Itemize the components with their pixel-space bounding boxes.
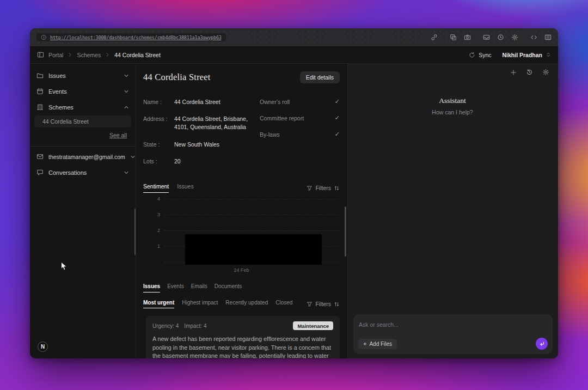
filter-closed[interactable]: Closed xyxy=(275,300,292,308)
assistant-input[interactable] xyxy=(359,321,547,328)
url-text[interactable]: http://localhost:3000/dashboard/schemes/… xyxy=(50,35,222,40)
mail-icon xyxy=(36,153,44,160)
filter-highest-impact[interactable]: Highest impact xyxy=(182,300,218,308)
scheme-details: Name : 44 Cordelia Street Address : 44 C… xyxy=(143,98,340,174)
sidebar: Issues Events Schemes 44 Cordelia Street… xyxy=(30,64,136,358)
code-icon[interactable] xyxy=(530,34,537,41)
sentiment-chart: 4 3 2 1 xyxy=(143,197,340,266)
filters-label: Filters xyxy=(315,301,331,307)
settings-gear-icon[interactable] xyxy=(542,69,549,76)
history-icon[interactable] xyxy=(526,69,533,76)
field-label: State : xyxy=(143,141,174,149)
field-value: 44 Cordelia Street, Brisbane, 4101, Quee… xyxy=(174,115,256,131)
y-axis-tick: 1 xyxy=(152,243,160,249)
sidebar-scrollbar[interactable] xyxy=(134,209,136,255)
main-scrollbar[interactable] xyxy=(345,206,346,257)
document-label: Owner's roll xyxy=(260,99,290,105)
panel-collapse-icon[interactable] xyxy=(37,51,44,58)
building-icon xyxy=(36,103,44,111)
browser-toolbar: http://localhost:3000/dashboard/schemes/… xyxy=(30,28,558,46)
list-filters-button[interactable]: Filters xyxy=(307,301,340,307)
x-axis-tick: 24 Feb xyxy=(143,267,340,273)
sort-arrows-icon xyxy=(334,185,340,191)
chevron-right-icon xyxy=(105,52,110,57)
frames-icon[interactable] xyxy=(450,34,457,41)
mail-tray-icon[interactable] xyxy=(483,34,490,41)
y-axis-tick: 4 xyxy=(152,196,160,202)
clock-icon[interactable] xyxy=(497,34,504,41)
sidebar-item-label: Conversations xyxy=(48,169,87,176)
funnel-icon xyxy=(307,301,313,307)
chevron-up-icon xyxy=(124,105,129,110)
sidebar-item-events[interactable]: Events xyxy=(30,83,136,99)
user-menu-button[interactable]: Nikhil Pradhan xyxy=(502,52,551,58)
issue-urgency: Urgency: 4 xyxy=(152,323,179,329)
mouse-cursor xyxy=(60,261,68,273)
tab-list-emails[interactable]: Emails xyxy=(191,283,207,292)
tab-issues[interactable]: Issues xyxy=(177,183,193,193)
assistant-input-box[interactable]: + Add Files xyxy=(353,314,553,354)
filter-recently-updated[interactable]: Recently updated xyxy=(225,300,268,308)
sidebar-item-schemes[interactable]: Schemes xyxy=(30,99,136,115)
funnel-icon xyxy=(307,185,313,191)
sync-label: Sync xyxy=(479,52,491,58)
assistant-subtitle: How can I help? xyxy=(347,109,558,115)
issue-card[interactable]: Urgency: 4 Impact: 4 Maintenance A new d… xyxy=(146,316,340,358)
nextjs-dev-badge[interactable]: N xyxy=(38,342,48,352)
tab-list-documents[interactable]: Documents xyxy=(215,283,242,292)
sidebar-item-label: Events xyxy=(48,88,67,95)
select-chevrons-icon xyxy=(546,52,551,58)
assistant-actions xyxy=(510,69,549,76)
link-icon[interactable] xyxy=(431,34,438,41)
chart-gridline xyxy=(164,230,339,231)
camera-icon[interactable] xyxy=(464,34,471,41)
sidebar-item-label: thestratamanager@gmail.com xyxy=(48,154,125,160)
columns-layout-icon[interactable] xyxy=(544,34,552,41)
field-state: State : New South Wales xyxy=(143,141,259,149)
tab-sentiment[interactable]: Sentiment xyxy=(143,183,169,193)
issue-filter-row: Most urgent Highest impact Recently upda… xyxy=(143,300,340,308)
assistant-greeting: Assistant How can I help? xyxy=(347,96,558,115)
return-arrow-icon xyxy=(538,340,545,347)
new-chat-plus-icon[interactable] xyxy=(510,69,517,76)
assistant-panel: Assistant How can I help? + Add Files xyxy=(347,64,558,358)
app-header: Portal Schemes 44 Cordelia Street Sync N… xyxy=(30,46,558,64)
url-bar[interactable]: http://localhost:3000/dashboard/schemes/… xyxy=(36,33,226,41)
main-panel: 44 Cordelia Street Edit details Name : 4… xyxy=(136,64,347,358)
desktop-background: http://localhost:3000/dashboard/schemes/… xyxy=(0,0,588,390)
tab-list-issues[interactable]: Issues xyxy=(143,283,160,292)
chart-tabs: Sentiment Issues Filters xyxy=(143,183,340,193)
issue-description: A new defect has been reported regarding… xyxy=(152,335,333,358)
field-lots: Lots : 20 xyxy=(143,157,259,166)
add-files-button[interactable]: + Add Files xyxy=(358,339,397,349)
tab-list-events[interactable]: Events xyxy=(167,283,184,292)
chevron-down-icon xyxy=(124,89,129,94)
send-button[interactable] xyxy=(536,338,548,350)
y-axis-tick: 2 xyxy=(152,228,160,233)
breadcrumb-schemes[interactable]: Schemes xyxy=(77,52,101,58)
document-owners-roll: Owner's roll ✓ xyxy=(260,98,340,105)
see-all-link[interactable]: See all xyxy=(30,127,136,142)
filter-most-urgent[interactable]: Most urgent xyxy=(143,300,174,308)
breadcrumb-portal[interactable]: Portal xyxy=(48,52,63,58)
header-actions: Sync Nikhil Pradhan xyxy=(469,52,551,58)
sidebar-item-conversations[interactable]: Conversations xyxy=(30,164,136,180)
sidebar-item-issues[interactable]: Issues xyxy=(30,68,136,83)
sidebar-item-label: Schemes xyxy=(48,104,74,111)
filters-label: Filters xyxy=(315,185,331,191)
sidebar-item-label: Issues xyxy=(48,72,66,79)
sync-button[interactable]: Sync xyxy=(469,52,491,58)
page-title: 44 Cordelia Street xyxy=(143,72,211,83)
settings-gear-icon[interactable] xyxy=(511,34,518,41)
toolbar-icons xyxy=(431,34,552,41)
sidebar-scheme-item[interactable]: 44 Cordelia Street xyxy=(34,115,131,127)
edit-details-button[interactable]: Edit details xyxy=(300,71,340,83)
chart-filters-button[interactable]: Filters xyxy=(307,185,340,191)
field-value: 44 Cordelia Street xyxy=(174,98,220,106)
field-value: New South Wales xyxy=(174,141,219,149)
chevron-down-icon xyxy=(124,170,129,175)
sidebar-item-email-account[interactable]: thestratamanager@gmail.com xyxy=(30,149,136,164)
refresh-icon xyxy=(469,52,475,58)
sort-arrows-icon xyxy=(334,301,340,307)
field-label: Address : xyxy=(143,115,174,131)
